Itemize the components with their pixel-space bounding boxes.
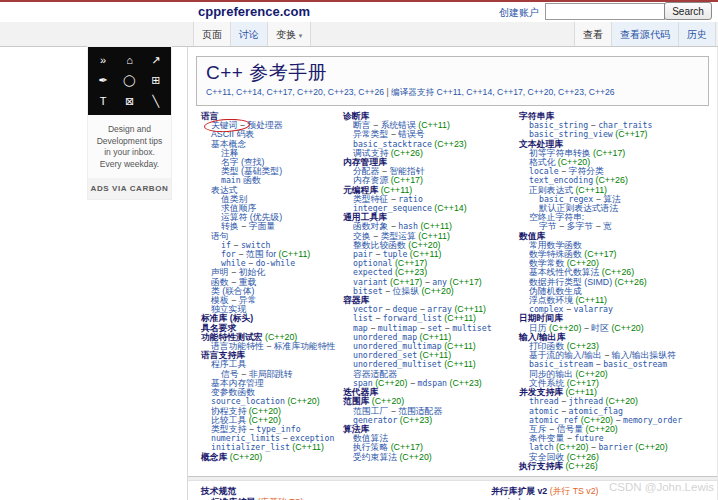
search-button[interactable]: Search <box>664 2 712 20</box>
column-libraries-1: 诊断库断言 − 系统错误 (C++11)异常类型 − 错误号basic_stac… <box>343 112 519 471</box>
section-link[interactable]: 概念库 <box>201 452 227 462</box>
version-tag[interactable]: (C++11) <box>442 359 476 369</box>
tab-page[interactable]: 页面 <box>193 22 230 46</box>
version-tag[interactable]: (C++20) <box>227 452 262 462</box>
link[interactable]: 受约束算法 <box>353 452 397 462</box>
list-item: 技术规范 <box>201 486 491 497</box>
separator: − <box>581 323 591 333</box>
list-item: 关键词 − 预处理器 <box>201 121 343 130</box>
tab-view-source[interactable]: 查看源代码 <box>611 22 678 46</box>
top-bar: cppreference.com 创建账户 Search <box>0 2 718 22</box>
site-logo: cppreference.com <box>198 4 310 19</box>
home-icon: ⌂ <box>126 55 133 66</box>
link[interactable]: 时区 <box>591 323 609 333</box>
version-tag[interactable]: (并行 TS v2) <box>547 486 598 496</box>
ad-icon-grid: » ⌂ ↗ ✒ ◯ ⊞ T ⊠ ╲ <box>88 47 171 115</box>
version-links-row: C++11, C++14, C++17, C++20, C++23, C++26… <box>206 87 699 99</box>
version-tag[interactable]: (C++23) <box>397 415 432 425</box>
page-icon: ⊞ <box>151 75 160 86</box>
tab-bar: 页面 讨论 变换 ▾ 查看 查看源代码 历史 <box>0 22 718 47</box>
list-item: 概念库 (C++20) <box>201 453 343 462</box>
separator: − <box>407 378 417 388</box>
section-link[interactable]: 并行库扩展 v2 <box>491 486 547 496</box>
link[interactable]: 宽 <box>603 221 612 231</box>
tab-group-right: 查看 查看源代码 历史 <box>574 22 716 46</box>
link[interactable]: basic_ostream <box>603 359 667 369</box>
tab-group-left: 页面 讨论 变换 ▾ <box>193 22 311 46</box>
speech-bubble-icon: ◯ <box>123 75 135 86</box>
link[interactable]: 多字节 <box>567 221 593 231</box>
link[interactable]: memory_order <box>623 415 682 425</box>
section-link[interactable]: 执行支持库 <box>519 461 563 471</box>
separator: − <box>564 304 574 314</box>
title-box: C++ 参考手册 C++11, C++14, C++17, C++20, C++… <box>196 56 709 106</box>
version-tag[interactable]: (C++20) <box>419 286 454 296</box>
watermark: CSDN @John.Lewis <box>609 481 714 493</box>
cpp-version-links[interactable]: C++11, C++14, C++17, C++20, C++23, C++26 <box>206 87 384 97</box>
link[interactable]: 关键词 <box>211 120 237 130</box>
tab-view[interactable]: 查看 <box>574 22 611 46</box>
tab-variants[interactable]: 变换 ▾ <box>267 22 311 46</box>
search-input[interactable] <box>545 3 665 20</box>
separator: − <box>264 341 274 351</box>
version-tag[interactable]: (C++20) <box>609 323 644 333</box>
version-tag[interactable]: (C++17) <box>613 129 648 139</box>
tab-history[interactable]: 历史 <box>678 22 716 46</box>
link[interactable]: 函数 <box>241 175 261 185</box>
list-item: 字节 − 多字节 − 宽 <box>519 222 717 231</box>
separator: − <box>557 221 567 231</box>
version-tag[interactable]: (C++20) <box>633 442 668 452</box>
list-item: 受约束算法 (C++20) <box>343 453 519 462</box>
link[interactable]: barrier <box>598 442 633 452</box>
separator: − <box>383 286 393 296</box>
cursor-plus-icon: ↗ <box>151 55 160 66</box>
version-tag[interactable]: (C++26) <box>388 148 423 158</box>
link[interactable]: mdspan <box>417 378 447 388</box>
version-tag[interactable]: (C++23) <box>447 378 482 388</box>
pen-nib-icon: ✒ <box>99 75 108 86</box>
ads-via-carbon-label[interactable]: ADS VIA CARBON <box>88 178 171 199</box>
link[interactable]: 标准库功能特性 <box>274 341 336 351</box>
link[interactable]: valarray <box>574 304 613 314</box>
list-item: 执行支持库 (C++26) <box>519 462 717 471</box>
version-tag[interactable]: (C++20) <box>285 396 320 406</box>
version-tag[interactable]: (C++26) <box>563 461 598 471</box>
version-tag[interactable]: (C++11) <box>290 442 324 452</box>
tab-variants-label: 变换 <box>276 29 296 40</box>
list-item: bitset − 位操纵 (C++20) <box>343 287 519 296</box>
double-chevron-icon: » <box>100 55 106 66</box>
main-content: C++ 参考手册 C++11, C++14, C++17, C++20, C++… <box>187 47 718 500</box>
version-tag[interactable]: (C++20) <box>397 452 432 462</box>
carbon-ad[interactable]: » ⌂ ↗ ✒ ◯ ⊞ T ⊠ ╲ Design and Development… <box>88 47 171 199</box>
chevron-down-icon: ▾ <box>299 32 303 39</box>
version-tag[interactable]: (C++14) <box>432 203 467 213</box>
column-language: 语言关键词 − 预处理器ASCII 码表基本概念注释名字 (查找)类型 (基础类… <box>201 112 343 471</box>
separator: − <box>593 221 603 231</box>
red-ellipse-annotation: 关键词 <box>211 121 237 130</box>
page-title: C++ 参考手册 <box>206 60 699 86</box>
tab-discussion[interactable]: 讨论 <box>230 22 267 46</box>
ad-text[interactable]: Design and Development tips in your inbo… <box>88 115 171 178</box>
create-account-link[interactable]: 创建账户 <box>499 6 539 20</box>
text-tool-icon: T <box>100 96 107 107</box>
version-tag[interactable]: (C++26) <box>612 277 647 287</box>
tech-spec-left: 技术规范标准库扩展 (库基础 TS)resource_adaptor − inv… <box>201 486 491 500</box>
line-tool-icon: ╲ <box>153 96 160 107</box>
link-columns: 语言关键词 − 预处理器ASCII 码表基本概念注释名字 (查找)类型 (基础类… <box>188 110 717 471</box>
separator: − <box>239 221 249 231</box>
section-link[interactable]: 技术规范 <box>201 486 236 496</box>
column-libraries-2: 字符串库basic_string − char_traitsbasic_stri… <box>519 112 717 471</box>
version-tag[interactable]: (C++17) <box>591 148 626 158</box>
link[interactable]: 位操纵 <box>393 286 419 296</box>
version-tag[interactable]: (C++23) <box>432 139 467 149</box>
link[interactable]: multiset <box>452 323 491 333</box>
link[interactable]: 字面量 <box>249 221 275 231</box>
list-item: generator (C++23) <box>343 416 519 425</box>
compiler-support-links[interactable]: 编译器支持 C++11, C++14, C++17, C++20, C++23,… <box>391 87 614 97</box>
envelope-icon: ⊠ <box>125 96 134 107</box>
